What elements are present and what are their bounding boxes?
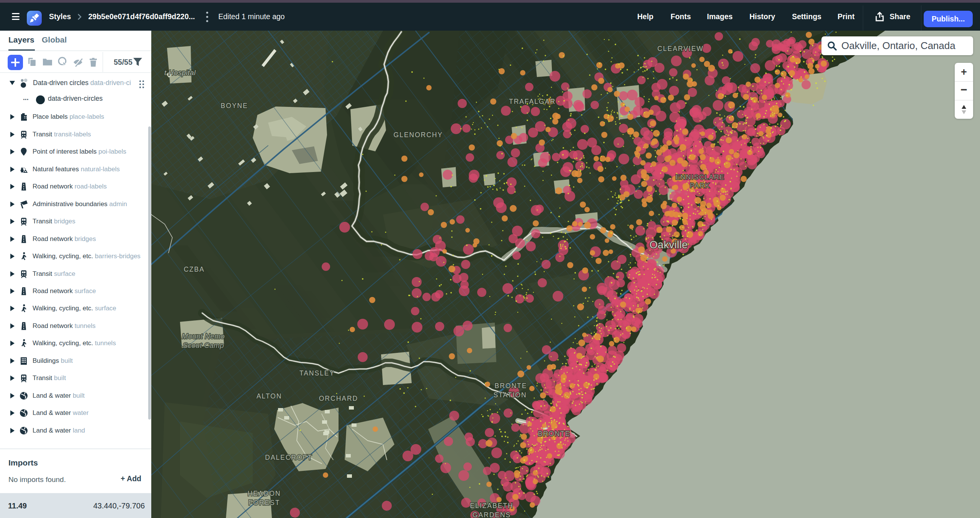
svg-text:HEADON: HEADON xyxy=(248,490,281,497)
svg-text:t Hospital: t Hospital xyxy=(164,69,196,77)
svg-text:BRONTE: BRONTE xyxy=(495,382,527,390)
svg-text:Scout Camp: Scout Camp xyxy=(183,341,224,349)
svg-text:GLENORCHY: GLENORCHY xyxy=(394,131,443,139)
svg-text:TRAFALGAR: TRAFALGAR xyxy=(509,98,556,105)
svg-text:TANSLEY: TANSLEY xyxy=(299,369,335,377)
svg-text:ELIZABETH: ELIZABETH xyxy=(470,502,513,510)
svg-text:ALTON: ALTON xyxy=(257,392,282,400)
svg-text:CLEARVIEW: CLEARVIEW xyxy=(658,45,704,52)
svg-text:Mount Nemo: Mount Nemo xyxy=(182,332,225,340)
svg-text:ENNISCLARE: ENNISCLARE xyxy=(676,174,725,181)
svg-text:CZBA: CZBA xyxy=(184,266,205,273)
svg-text:GARDENS: GARDENS xyxy=(473,511,511,518)
svg-text:ORCHARD: ORCHARD xyxy=(319,395,358,402)
svg-text:BOYNE: BOYNE xyxy=(221,102,248,110)
svg-text:FOREST: FOREST xyxy=(249,499,280,507)
svg-text:Oakville: Oakville xyxy=(650,239,688,251)
svg-text:DALECROFT: DALECROFT xyxy=(265,454,312,461)
svg-text:PARK: PARK xyxy=(690,182,710,189)
svg-text:STATION: STATION xyxy=(493,391,527,399)
svg-text:BRONTE: BRONTE xyxy=(538,430,571,438)
